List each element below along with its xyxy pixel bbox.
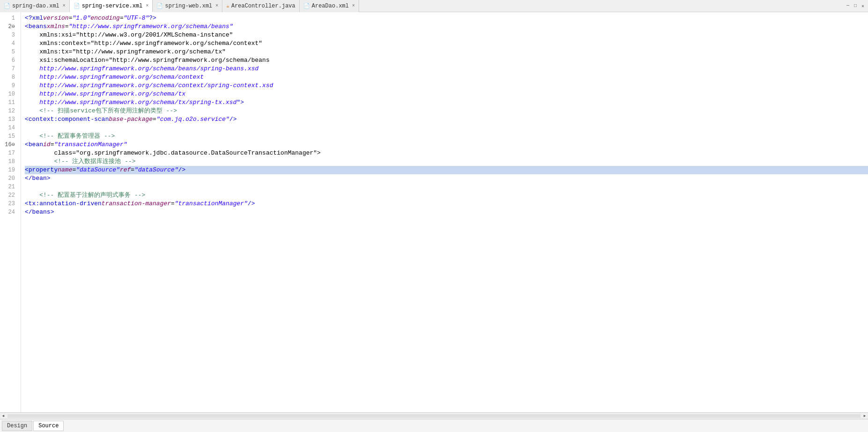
line-number-4: 4: [0, 39, 18, 48]
scroll-track[interactable]: [7, 414, 861, 418]
editor-body: 12⊖345678910111213141516⊖171819202122232…: [0, 12, 868, 412]
line-number-3: 3: [0, 31, 18, 39]
code-line-23[interactable]: <tx:annotation-driven transaction-manage…: [25, 200, 868, 208]
source-tab[interactable]: Source: [33, 421, 64, 431]
line-number-20: 20: [0, 174, 18, 183]
horizontal-scrollbar[interactable]: ◄ ►: [0, 412, 868, 419]
line-number-22: 22: [0, 191, 18, 200]
tab-label: AreaController.java: [231, 3, 295, 9]
line-number-15: 15: [0, 132, 18, 141]
code-line-20[interactable]: </bean>: [25, 174, 868, 183]
code-line-17[interactable]: class="org.springframework.jdbc.datasour…: [25, 149, 868, 157]
code-area[interactable]: <?xml version="1.0" encoding="UTF-8"?><b…: [21, 12, 868, 412]
tab-close-button[interactable]: ×: [215, 3, 218, 8]
line-number-19: 19: [0, 166, 18, 174]
maximize-button[interactable]: □: [852, 3, 859, 9]
line-number-7: 7: [0, 65, 18, 73]
line-number-12: 12: [0, 107, 18, 115]
xml-file-icon: 📄: [156, 3, 163, 9]
line-number-13: 13: [0, 115, 18, 124]
code-line-8[interactable]: http://www.springframework.org/schema/co…: [25, 73, 868, 82]
tab-close-button[interactable]: ×: [63, 3, 66, 8]
line-number-24: 24: [0, 208, 18, 216]
code-line-4[interactable]: xmlns:context="http://www.springframewor…: [25, 39, 868, 48]
code-line-19[interactable]: <property name="dataSource" ref="dataSou…: [25, 166, 868, 174]
tab-spring-dao[interactable]: 📄spring-dao.xml×: [0, 0, 70, 12]
code-line-7[interactable]: http://www.springframework.org/schema/be…: [25, 65, 868, 73]
line-number-9: 9: [0, 82, 18, 90]
line-numbers: 12⊖345678910111213141516⊖171819202122232…: [0, 12, 21, 412]
code-line-12[interactable]: <!-- 扫描service包下所有使用注解的类型 -->: [25, 107, 868, 115]
tab-AreaController[interactable]: ☕AreaController.java: [222, 0, 299, 12]
xml-file-icon: 📄: [303, 3, 310, 9]
tab-close-button[interactable]: ×: [146, 3, 148, 8]
code-line-16[interactable]: <bean id="transactionManager": [25, 141, 868, 149]
code-line-15[interactable]: <!-- 配置事务管理器 -->: [25, 132, 868, 141]
minimize-button[interactable]: ─: [845, 3, 851, 9]
close-button[interactable]: ✕: [860, 3, 866, 9]
tab-label: spring-service.xml: [82, 3, 143, 9]
bottom-bar: Design Source: [0, 419, 868, 432]
code-line-22[interactable]: <!-- 配置基于注解的声明式事务 -->: [25, 191, 868, 200]
line-number-16: 16⊖: [0, 141, 18, 149]
code-line-10[interactable]: http://www.springframework.org/schema/tx: [25, 90, 868, 98]
tab-AreaDao[interactable]: 📄AreaDao.xml×: [300, 0, 359, 12]
scroll-right-button[interactable]: ►: [861, 413, 868, 419]
line-number-8: 8: [0, 73, 18, 82]
tab-bar: 📄spring-dao.xml×📄spring-service.xml×📄spr…: [0, 0, 868, 12]
code-line-5[interactable]: xmlns:tx="http://www.springframework.org…: [25, 48, 868, 56]
tab-close-button[interactable]: ×: [352, 3, 355, 8]
line-number-23: 23: [0, 200, 18, 208]
code-line-2[interactable]: <beans xmlns="http://www.springframework…: [25, 22, 868, 31]
line-number-2: 2⊖: [0, 22, 18, 31]
line-number-17: 17: [0, 149, 18, 157]
xml-file-icon: 📄: [4, 3, 10, 9]
code-line-9[interactable]: http://www.springframework.org/schema/co…: [25, 82, 868, 90]
line-number-21: 21: [0, 183, 18, 191]
window-controls: ─ □ ✕: [845, 3, 868, 9]
tab-spring-service[interactable]: 📄spring-service.xml×: [70, 0, 153, 12]
xml-file-icon: 📄: [74, 3, 80, 9]
code-line-3[interactable]: xmlns:xsi="http://www.w3.org/2001/XMLSch…: [25, 31, 868, 39]
tab-label: spring-dao.xml: [12, 3, 59, 9]
line-number-11: 11: [0, 98, 18, 107]
code-line-18[interactable]: <!-- 注入数据库连接池 -->: [25, 157, 868, 166]
design-tab[interactable]: Design: [2, 421, 32, 431]
line-number-14: 14: [0, 124, 18, 132]
code-line-1[interactable]: <?xml version="1.0" encoding="UTF-8"?>: [25, 14, 868, 22]
scroll-left-button[interactable]: ◄: [0, 413, 7, 419]
line-number-10: 10: [0, 90, 18, 98]
java-file-icon: ☕: [226, 3, 229, 9]
code-line-24[interactable]: </beans>: [25, 208, 868, 216]
editor-container: 12⊖345678910111213141516⊖171819202122232…: [0, 12, 868, 412]
code-line-21[interactable]: [25, 183, 868, 191]
line-number-18: 18: [0, 157, 18, 166]
line-number-6: 6: [0, 56, 18, 65]
tab-label: AreaDao.xml: [312, 3, 349, 9]
tab-label: spring-web.xml: [165, 3, 212, 9]
code-line-13[interactable]: <context:component-scan base-package="co…: [25, 115, 868, 124]
code-line-14[interactable]: [25, 124, 868, 132]
line-number-1: 1: [0, 14, 18, 22]
code-line-11[interactable]: http://www.springframework.org/schema/tx…: [25, 98, 868, 107]
code-line-6[interactable]: xsi:schemaLocation="http://www.springfra…: [25, 56, 868, 65]
line-number-5: 5: [0, 48, 18, 56]
tab-spring-web[interactable]: 📄spring-web.xml×: [153, 0, 222, 12]
